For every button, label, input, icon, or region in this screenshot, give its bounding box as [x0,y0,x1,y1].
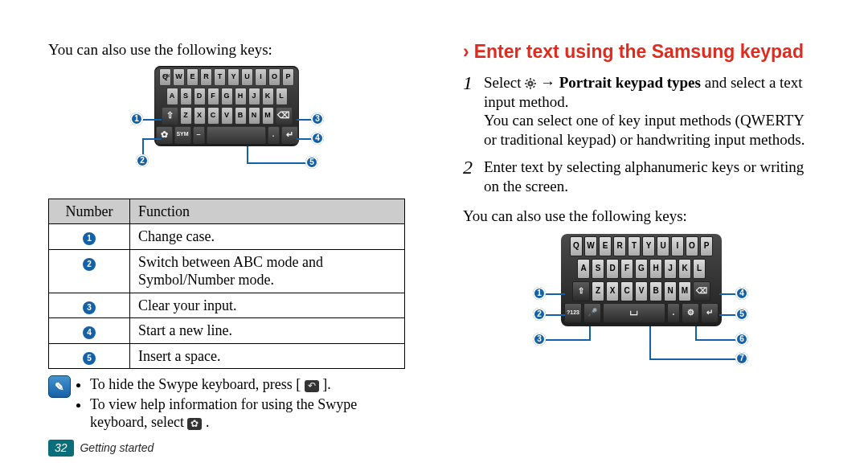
svg-rect-4 [534,84,537,85]
callout-4: 4 [311,132,324,145]
table-row: 2 Switch between ABC mode and Symbol/Num… [49,249,405,293]
callout-2: 2 [136,154,149,167]
svg-rect-1 [530,78,531,80]
table-row: 1 Change case. [49,224,405,250]
right-column: ›Enter text using the Samsung keypad Sel… [434,0,868,471]
table-row: 5 Insert a space. [49,343,405,369]
table-row: 3 Clear your input. [49,293,405,318]
callout-5: 5 [735,308,748,321]
callout-7: 7 [735,352,748,365]
section-name: Getting started [80,441,154,454]
callout-3: 3 [311,113,324,125]
page-number: 32 [48,440,74,457]
samsung-keyboard-figure: QWERTYUIOP ASDFGHJKL ⇧ZXCVBNM⌫ ?123🎤⌴.⚙↵ [463,234,820,375]
callout-2: 2 [533,308,546,321]
col-function: Function [130,199,405,224]
settings-gear-icon [525,78,536,89]
chevron-icon: › [463,41,469,62]
also-text: You can also use the following keys: [463,207,820,226]
svg-rect-6 [533,86,535,88]
callout-6: 6 [735,333,748,346]
callout-1: 1 [130,113,143,125]
svg-rect-2 [530,88,531,90]
svg-rect-5 [526,80,528,82]
page-footer: 32 Getting started [48,440,154,457]
col-number: Number [49,199,130,224]
back-key-icon: ↶ [305,380,319,392]
intro-text: You can also use the following keys: [48,40,405,59]
callout-4: 4 [735,287,748,300]
steps-list: Select → Portrait keypad types and selec… [463,73,820,196]
svg-point-9 [530,83,532,85]
callout-3: 3 [533,333,546,346]
callout-1: 1 [533,287,546,300]
swype-keyboard-figure: QWERTYUIOP ASDFGHJKL ⇧ZXCVBNM⌫ ✿SYM– .↵ [48,66,405,190]
svg-rect-7 [533,80,535,82]
tip-block: ✎ To hide the Swype keyboard, press [ ↶ … [48,375,405,433]
section-heading: ›Enter text using the Samsung keypad [463,40,820,63]
function-table: Number Function 1 Change case. 2 Switch … [48,199,405,370]
left-column: You can also use the following keys: QWE… [0,0,434,471]
swype-icon: ✿ [187,418,202,430]
note-icon: ✎ [48,375,71,398]
table-row: 4 Start a new line. [49,318,405,344]
svg-rect-3 [525,84,527,85]
callout-5: 5 [305,156,318,169]
svg-rect-8 [526,86,528,88]
